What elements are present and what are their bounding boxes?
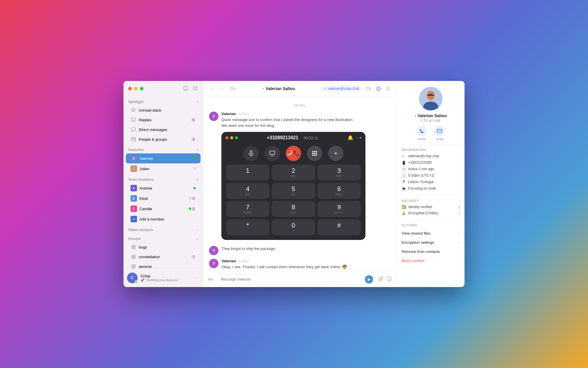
sidebar-item-unread-stack[interactable]: Unread stack <box>126 105 201 115</box>
dialpad-key-hash[interactable]: # <box>318 219 361 235</box>
dialpad-keypad-button[interactable] <box>307 146 322 161</box>
dialpad-mute-button[interactable]: 🔔 <box>348 135 353 140</box>
sidebar-item-eliott[interactable]: E Eliott 3 <box>126 193 201 203</box>
traffic-light-yellow[interactable] <box>134 87 138 90</box>
groups-chevron: ▾ <box>197 237 198 241</box>
forward-button[interactable]: › <box>218 84 226 93</box>
message-header: Valerian 5:01pm <box>221 112 391 116</box>
sidebar-item-julien[interactable]: J Julien <box>126 164 201 174</box>
antoine-label: Antoine <box>139 186 192 190</box>
dialpad-add-button[interactable]: + <box>328 146 343 161</box>
contact-name: ● Valerian Saliou <box>415 113 447 118</box>
dialpad-key-0[interactable]: 0 + <box>272 219 315 235</box>
spotlight-section-header[interactable]: Spotlight ▾ <box>123 96 203 105</box>
encrypted-info-button[interactable]: ℹ <box>459 211 460 215</box>
send-button[interactable]: ▶ <box>365 275 373 284</box>
sidebar-item-replies[interactable]: Replies 5 <box>126 115 201 125</box>
dialpad-key-5[interactable]: 5 JKL <box>272 183 315 199</box>
svg-rect-27 <box>312 153 313 154</box>
dialpad-key-9[interactable]: 9 WXYZ <box>318 201 361 217</box>
valerian-label: Valerian <box>139 156 192 161</box>
attach-button[interactable] <box>378 276 384 283</box>
dialpad-key-1[interactable]: 1 <box>226 165 269 180</box>
traffic-light-red[interactable] <box>128 87 132 90</box>
history-button[interactable]: ▾ <box>228 84 237 93</box>
phone-action-label: phone <box>418 137 426 141</box>
sidebar-item-add-member[interactable]: + Add a member <box>126 214 201 224</box>
dialpad-key-7[interactable]: 7 PQRS <box>226 201 269 217</box>
dialpad-key-3[interactable]: 3 DEF <box>318 165 361 180</box>
sidebar-item-direct-messages[interactable]: Direct messages <box>126 125 201 134</box>
security-row-identity: ✅ Identity verified ℹ <box>402 205 460 209</box>
dialpad-more-button[interactable]: ⋯ ▾ <box>355 136 361 140</box>
back-button[interactable]: ‹ <box>207 84 216 93</box>
traffic-light-green[interactable] <box>140 87 143 90</box>
info-active: Active 1 min ago <box>408 167 434 171</box>
svg-rect-25 <box>314 151 315 152</box>
julien-avatar: J <box>131 165 137 172</box>
search-button[interactable] <box>384 84 392 93</box>
svg-rect-28 <box>314 153 315 154</box>
sidebar-item-constellation[interactable]: constellation 7 <box>126 252 201 261</box>
favorites-section-header[interactable]: Favorites ▾ <box>123 144 203 153</box>
camille-avatar: C <box>131 205 137 212</box>
info-button[interactable] <box>374 84 382 93</box>
add-member-label: Add a member <box>139 217 196 221</box>
contact-quick-actions: phone email <box>417 126 445 141</box>
groups-section-header[interactable]: Groups ▾ <box>123 233 203 242</box>
message-input[interactable] <box>216 274 375 284</box>
other-contacts-header[interactable]: Other contacts › <box>123 224 203 233</box>
message-content: Valerian 5:03pm Okay, I see. Thanks. I w… <box>221 259 391 271</box>
eliott-label: Eliott <box>139 196 188 201</box>
dialpad-chat-button[interactable] <box>265 146 280 161</box>
sidebar-item-valerian[interactable]: V Valerian <box>126 153 201 163</box>
sidebar-item-bugs[interactable]: bugs <box>126 242 201 252</box>
compose-icon[interactable] <box>183 86 189 92</box>
dialpad-traffic-red[interactable] <box>225 136 228 139</box>
camille-presence <box>189 208 191 210</box>
table-row: V They forgot to ship the package. <box>209 246 391 255</box>
email-action[interactable]: email <box>434 126 445 141</box>
contact-profile: ● Valerian Saliou CTO at Crisp phone <box>397 81 465 145</box>
svg-rect-11 <box>134 265 135 266</box>
sidebar-item-general[interactable]: general <box>126 262 201 268</box>
video-call-button[interactable] <box>364 84 372 93</box>
dialpad-traffic-green[interactable] <box>235 136 238 139</box>
info-email: valerian@crisp.chat <box>408 154 439 158</box>
dialpad-hangup-button[interactable]: 📞 <box>286 146 301 161</box>
constellation-icon <box>131 254 136 260</box>
dialpad-key-star[interactable]: * <box>226 219 269 235</box>
other-contacts-label: Other contacts <box>128 228 153 232</box>
svg-rect-7 <box>134 255 135 256</box>
text-format-button[interactable]: Aa <box>208 277 213 281</box>
chat-header: ‹ › ▾ ● Valerian Saliou ✓ valerian@crisp… <box>203 81 397 96</box>
dialpad-mic-button[interactable] <box>243 146 259 161</box>
info-row-location: 📍 Lisbon, Portugal <box>402 180 460 184</box>
julien-presence <box>193 168 196 170</box>
sidebar-item-camille[interactable]: C Camille 2 <box>126 204 201 214</box>
identity-verified-text: Identity verified <box>408 205 456 209</box>
phone-action[interactable]: phone <box>417 126 427 141</box>
emoji-button[interactable] <box>387 276 392 283</box>
block-contact-row[interactable]: Block contact <box>397 256 465 265</box>
contact-email-header: valerian@crisp.chat <box>328 87 359 91</box>
dialpad-traffic-yellow[interactable] <box>230 136 233 139</box>
dialpad-key-6[interactable]: 6 MNO <box>318 183 361 199</box>
sidebar-item-people-groups[interactable]: People & groups 2 <box>126 135 201 144</box>
encryption-settings-row[interactable]: Encryption settings › <box>397 238 465 247</box>
info-time: 5:03pm (UTC+1) <box>408 173 435 178</box>
new-message-icon[interactable] <box>192 86 198 92</box>
general-label: general <box>139 264 196 268</box>
remove-from-contacts-row[interactable]: Remove from contacts <box>397 247 465 256</box>
team-section-header[interactable]: Team members ▾ <box>123 174 203 183</box>
dialpad-key-4[interactable]: 4 GHI <box>226 183 269 199</box>
dialpad-key-8[interactable]: 8 TUV <box>272 201 315 217</box>
identity-info-button[interactable]: ℹ <box>459 205 460 209</box>
footer-more-button[interactable]: ⋯ <box>195 275 199 281</box>
svg-rect-9 <box>134 257 135 258</box>
encryption-settings-label: Encryption settings <box>402 240 434 245</box>
sidebar-item-antoine[interactable]: A Antoine <box>126 183 201 193</box>
active-info-icon: 🕐 <box>402 167 406 171</box>
view-shared-files-row[interactable]: View shared files › <box>397 229 465 238</box>
dialpad-key-2[interactable]: 2 ABC <box>272 165 315 180</box>
